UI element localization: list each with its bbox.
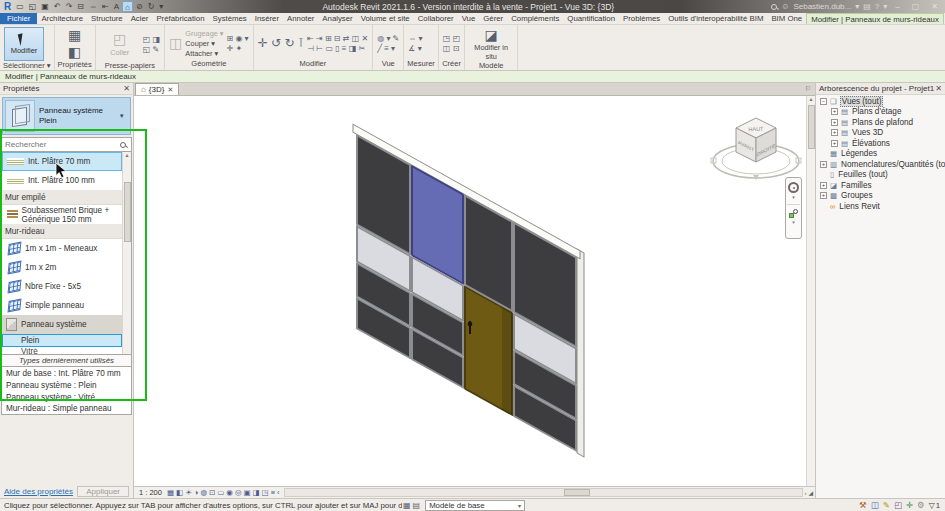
- selection-filter[interactable]: ▽1: [929, 501, 940, 510]
- print-icon[interactable]: ⊟: [75, 1, 86, 12]
- type-list-item[interactable]: 1m x 2m: [2, 258, 122, 277]
- tab-outils-d-interop-rabilit-bim[interactable]: Outils d'interopérabilité BIM: [664, 13, 767, 24]
- type-list-item[interactable]: Vitré: [2, 347, 122, 355]
- type-list-item[interactable]: Simple panneau: [2, 296, 122, 315]
- tree-item-l-gendes[interactable]: ▦Légendes: [816, 149, 945, 160]
- tab-pin-icon[interactable]: ⚐: [801, 83, 815, 95]
- tree-expand-icon[interactable]: +: [820, 182, 827, 189]
- aligned-dimension-icon[interactable]: ⇤: [100, 1, 111, 12]
- viewbar-collapse-icon[interactable]: ‹: [277, 488, 280, 498]
- temporary-properties-icon[interactable]: ▣: [243, 488, 250, 498]
- recent-type-row[interactable]: Panneau système : Plein: [1, 379, 132, 391]
- cut-geometry-icon[interactable]: ◫: [169, 35, 182, 51]
- tab-acier[interactable]: Acier: [127, 13, 153, 24]
- tab-syst-mes[interactable]: Systèmes: [209, 13, 251, 24]
- minimize-button[interactable]: –: [891, 2, 903, 11]
- view-icons-row2[interactable]: ╱ ≡ ▾: [377, 44, 399, 53]
- view-scale[interactable]: 1 : 200: [134, 488, 167, 497]
- select-pinned-icon[interactable]: ✛: [906, 500, 913, 511]
- detail-level-icon[interactable]: ▦: [167, 488, 174, 498]
- reveal-hidden-icon[interactable]: ◎: [235, 488, 242, 498]
- type-selector-dropdown-icon[interactable]: ▾: [120, 112, 130, 120]
- project-browser-close-icon[interactable]: ✕: [935, 84, 942, 93]
- type-list-item[interactable]: Nbre Fixe - 5x5: [2, 277, 122, 296]
- geometry-icons-row2[interactable]: ✛ ✦: [226, 44, 248, 53]
- tree-item-vues-3d[interactable]: +▤Vues 3D: [816, 128, 945, 139]
- join-button[interactable]: Attacher ▾: [185, 49, 223, 58]
- worksets-dialog-icon[interactable]: ▦: [402, 501, 412, 510]
- type-list-item[interactable]: 1m x 1m - Meneaux: [2, 239, 122, 258]
- tree-item-plans-d-tage[interactable]: +▤Plans d'étage: [816, 107, 945, 118]
- resize-grip-icon[interactable]: ◢: [808, 489, 813, 496]
- store-icon[interactable]: ▤: [863, 2, 871, 11]
- tree-item-feuilles-tout-[interactable]: ▯Feuilles (tout): [816, 170, 945, 181]
- design-option-select[interactable]: Modèle de base▾: [425, 500, 525, 511]
- tree-item-plans-de-plafond[interactable]: +▤Plans de plafond: [816, 117, 945, 128]
- worksharing-display-icon[interactable]: ◨: [253, 488, 260, 498]
- tab-bim-one[interactable]: BIM One: [767, 13, 806, 24]
- steering-wheel-icon[interactable]: [788, 182, 799, 193]
- cope-button[interactable]: Grugeage ▾: [185, 29, 223, 38]
- section-icon[interactable]: ⊘: [134, 1, 145, 12]
- close-button[interactable]: ✕: [927, 2, 942, 11]
- measure-icons-row1[interactable]: ⇔ ▾: [408, 34, 422, 43]
- new-icon[interactable]: ▭: [14, 1, 26, 12]
- tree-item-vues-tout-[interactable]: −❏Vues (tout): [816, 96, 945, 107]
- cut-button[interactable]: Couper ▾: [185, 39, 223, 48]
- modify-button[interactable]: Modifier: [4, 27, 44, 61]
- type-list-item[interactable]: Plein: [2, 334, 122, 347]
- crop-view-icon[interactable]: ⊡: [209, 488, 215, 498]
- background-processes-icon[interactable]: ⚙: [917, 500, 925, 511]
- properties-help-link[interactable]: Aide des propriétés: [4, 487, 73, 496]
- clipboard-icons-row2[interactable]: ◱ ✎: [143, 45, 160, 54]
- canvas-horizontal-scrollbar[interactable]: [284, 488, 804, 497]
- modify-icons-row2[interactable]: ⊣ ⊢ ▭ ▯ ≡ ◨ ✂: [307, 44, 368, 53]
- help-button[interactable]: ?: [875, 2, 879, 11]
- tree-expand-icon[interactable]: +: [831, 119, 838, 126]
- tab-probl-mes[interactable]: Problèmes: [619, 13, 664, 24]
- revit-menu[interactable]: R: [2, 1, 13, 12]
- tab-ins-rer[interactable]: Insérer: [251, 13, 283, 24]
- tree-expand-icon[interactable]: +: [831, 140, 838, 147]
- tree-expand-icon[interactable]: +: [820, 192, 827, 199]
- recent-type-row[interactable]: Mur de base : Int. Plâtre 70 mm: [1, 367, 132, 379]
- design-options-dialog-icon[interactable]: ▤: [412, 501, 422, 510]
- sync-icon[interactable]: ↻: [146, 1, 157, 12]
- sun-path-icon[interactable]: ☀: [185, 488, 192, 498]
- tab-annoter[interactable]: Annoter: [283, 13, 318, 24]
- view-tab-close-icon[interactable]: ✕: [167, 86, 173, 94]
- model-canvas[interactable]: HAUT AVANT DROITE ▾ ▾ ▲: [134, 96, 815, 486]
- tab-collaborer[interactable]: Collaborer: [414, 13, 458, 24]
- help-dropdown-icon[interactable]: ▾: [883, 2, 887, 11]
- tree-item--l-vations[interactable]: +▤Élévations: [816, 138, 945, 149]
- analytical-model-icon[interactable]: ◳: [262, 488, 269, 498]
- hscroll-arrow-icon[interactable]: ›: [804, 490, 806, 496]
- type-properties-icon[interactable]: ▦: [68, 27, 81, 43]
- redo-icon[interactable]: ↷: [64, 1, 75, 12]
- qat-customize-icon[interactable]: ▾: [157, 1, 165, 12]
- visual-style-icon[interactable]: ◧: [176, 488, 183, 498]
- edit-in-place-button[interactable]: ◪ Modifier in situ: [469, 27, 513, 61]
- type-selector[interactable]: Panneau système Plein ▾: [2, 97, 131, 135]
- zoom-icon[interactable]: [789, 209, 798, 218]
- geometry-icons-row1[interactable]: ⊞ ◉ ▾: [226, 34, 248, 43]
- tab-fichier[interactable]: Fichier: [0, 13, 37, 24]
- undo-icon[interactable]: ↶: [52, 1, 63, 12]
- recent-type-row[interactable]: Panneau système : Vitré: [1, 391, 132, 403]
- tab-structure[interactable]: Structure: [87, 13, 127, 24]
- apply-button[interactable]: Appliquer: [77, 486, 129, 497]
- design-option-icon[interactable]: ◫: [871, 500, 879, 511]
- open-icon[interactable]: ◱: [27, 1, 39, 12]
- navigation-bar[interactable]: ▾ ▾: [785, 177, 802, 239]
- tree-expand-icon[interactable]: −: [820, 98, 827, 105]
- tree-item-nomenclatures-quantit-s-tout-[interactable]: +▥Nomenclatures/Quantités (tout): [816, 159, 945, 170]
- recent-type-row[interactable]: Mur-rideau : Simple panneau: [1, 403, 132, 415]
- view-icons-row1[interactable]: ◍ ▾ ✎: [377, 34, 399, 43]
- measure-icons-row2[interactable]: ∡ ▾: [408, 44, 422, 53]
- paste-button[interactable]: ◰ Coller: [100, 27, 140, 61]
- properties-palette-icon[interactable]: ◧: [68, 44, 81, 60]
- modify-big-icons[interactable]: ✛ ↺ ↻ ⊺: [258, 39, 304, 48]
- constraints-icon[interactable]: ≡: [271, 488, 275, 498]
- tab-volume-et-site[interactable]: Volume et site: [357, 13, 414, 24]
- create-icons-row2[interactable]: ◫ ⊡: [443, 44, 460, 53]
